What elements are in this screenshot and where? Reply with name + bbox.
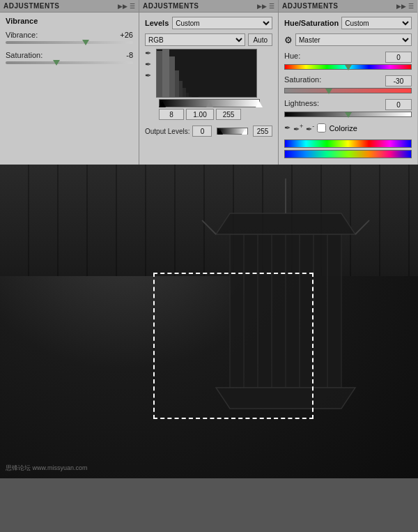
svg-rect-4 (179, 81, 183, 98)
saturation-slider-row: Saturation: -8 (6, 51, 133, 64)
hue-section-title: Hue/Saturation (284, 19, 339, 27)
levels-main-row: ✒ ✒ ✒ (145, 49, 272, 98)
input-mid-thumb[interactable] (206, 101, 213, 107)
input-black-value[interactable]: 8 (159, 109, 184, 120)
hue-value-input[interactable]: 0 (385, 52, 412, 63)
svg-rect-3 (175, 70, 179, 98)
panel1-menu-icon[interactable]: ☰ (130, 3, 135, 10)
input-white-value[interactable]: 255 (216, 109, 241, 120)
output-levels-row: Output Levels: 0 255 (145, 126, 272, 137)
hue-color-bar-2 (284, 150, 412, 158)
levels-panel-body: Levels Custom RGB Auto ✒ ✒ ✒ (139, 13, 278, 141)
levels-panel-header: ADJUSTMENTS ▶▶ ☰ (139, 0, 278, 13)
svg-rect-8 (192, 96, 199, 98)
svg-rect-6 (186, 93, 189, 98)
vibrance-track[interactable] (6, 41, 133, 44)
light-label: Lightness: (284, 99, 319, 110)
hue-panel-header: ADJUSTMENTS ▶▶ ☰ (279, 0, 417, 13)
sat-label: Saturation: (284, 75, 321, 86)
svg-rect-2 (169, 56, 175, 98)
input-white-thumb[interactable] (256, 101, 263, 107)
svg-marker-18 (216, 213, 355, 234)
eyedropper-col: ✒ ✒ ✒ (145, 49, 151, 98)
hue-thumb[interactable] (345, 65, 352, 70)
levels-panel-title: ADJUSTMENTS (143, 2, 257, 10)
vibrance-panel: ADJUSTMENTS ▶▶ ☰ Vibrance Vibrance: +26 … (0, 0, 139, 165)
panel3-icons: ▶▶ ☰ (396, 3, 414, 10)
levels-title: Levels (145, 19, 169, 27)
adjustments-icon: ⚙ (284, 35, 293, 45)
sat-slider-row: Saturation: -30 (284, 75, 412, 93)
eyedropper-black[interactable]: ✒ (145, 49, 151, 58)
channel-select[interactable]: RGB (145, 33, 245, 46)
hue-eyedropper-sub[interactable]: ✒- (306, 123, 314, 134)
panel3-expand-icon[interactable]: ▶▶ (396, 3, 406, 10)
panel3-menu-icon[interactable]: ☰ (408, 3, 414, 10)
levels-header-row: Levels Custom (145, 17, 272, 29)
sat-thumb[interactable] (325, 89, 332, 94)
hue-panel-title: ADJUSTMENTS (282, 2, 396, 10)
hue-panel-body: Hue/Saturation Custom ⚙ Master Hue: 0 (279, 13, 417, 165)
hue-eyedropper-add[interactable]: ✒+ (293, 123, 303, 134)
levels-preset-select[interactable]: Custom (172, 17, 272, 29)
output-black-value[interactable]: 0 (192, 126, 212, 137)
master-row: ⚙ Master (284, 33, 412, 46)
svg-line-21 (202, 220, 216, 234)
vibrance-thumb[interactable] (82, 40, 89, 45)
levels-panel: ADJUSTMENTS ▶▶ ☰ Levels Custom RGB Auto (139, 0, 279, 165)
input-black-thumb[interactable] (159, 101, 166, 107)
saturation-label: Saturation: (6, 51, 42, 59)
sat-track[interactable] (284, 88, 412, 93)
light-value-input[interactable]: 0 (385, 99, 412, 110)
svg-rect-1 (162, 50, 169, 98)
svg-rect-7 (189, 95, 192, 98)
levels-channel-row: RGB Auto (145, 33, 272, 46)
panel2-icons: ▶▶ ☰ (257, 3, 274, 10)
input-mid-value[interactable]: 1.00 (186, 109, 214, 120)
svg-rect-0 (157, 51, 162, 98)
svg-rect-5 (183, 88, 186, 98)
histogram-canvas (156, 49, 257, 98)
hue-slider-row: Hue: 0 (284, 52, 412, 70)
hue-eyedropper-black[interactable]: ✒ (284, 123, 291, 132)
colorize-label: Colorize (329, 124, 357, 132)
vibrance-section-title: Vibrance (6, 17, 133, 25)
vibrance-label: Vibrance: (6, 31, 38, 39)
saturation-value: -8 (112, 51, 133, 59)
panel2-expand-icon[interactable]: ▶▶ (257, 3, 267, 10)
light-slider-row: Lightness: 0 (284, 99, 412, 117)
vibrance-slider-row: Vibrance: +26 (6, 31, 133, 44)
master-select[interactable]: Master (295, 33, 412, 46)
panel2-menu-icon[interactable]: ☰ (269, 3, 274, 10)
vibrance-panel-header: ADJUSTMENTS ▶▶ ☰ (0, 0, 139, 13)
panel1-icons: ▶▶ ☰ (118, 3, 135, 10)
image-area: 思锋论坛 www.missyuan.com (0, 165, 418, 478)
output-white-thumb[interactable] (242, 130, 247, 135)
saturation-track[interactable] (6, 61, 133, 64)
svg-line-22 (355, 220, 369, 234)
output-levels-slider[interactable] (217, 128, 248, 135)
hue-header-row: Hue/Saturation Custom (284, 17, 412, 29)
input-levels-slider[interactable] (159, 99, 260, 107)
output-black-thumb[interactable] (217, 130, 223, 135)
eyedropper-gray[interactable]: ✒ (145, 60, 151, 69)
dark-image: 思锋论坛 www.missyuan.com (0, 165, 418, 478)
panel1-expand-icon[interactable]: ▶▶ (118, 3, 127, 10)
svg-rect-9 (199, 97, 257, 98)
hue-preset-select[interactable]: Custom (341, 17, 412, 29)
auto-button[interactable]: Auto (248, 33, 272, 46)
levels-value-inputs: 8 1.00 255 (159, 109, 272, 120)
hue-label: Hue: (284, 52, 300, 63)
light-thumb[interactable] (345, 112, 352, 118)
hue-color-bar (284, 139, 412, 148)
hue-saturation-panel: ADJUSTMENTS ▶▶ ☰ Hue/Saturation Custom ⚙… (279, 0, 417, 165)
hue-track[interactable] (284, 64, 412, 70)
colorize-checkbox[interactable] (317, 123, 326, 132)
saturation-thumb[interactable] (53, 60, 60, 66)
output-levels-label: Output Levels: (145, 128, 189, 135)
watermark: 思锋论坛 www.missyuan.com (6, 464, 88, 473)
eyedropper-white[interactable]: ✒ (145, 71, 151, 80)
sat-value-input[interactable]: -30 (385, 75, 412, 86)
output-white-value[interactable]: 255 (253, 126, 272, 137)
light-track[interactable] (284, 112, 412, 117)
